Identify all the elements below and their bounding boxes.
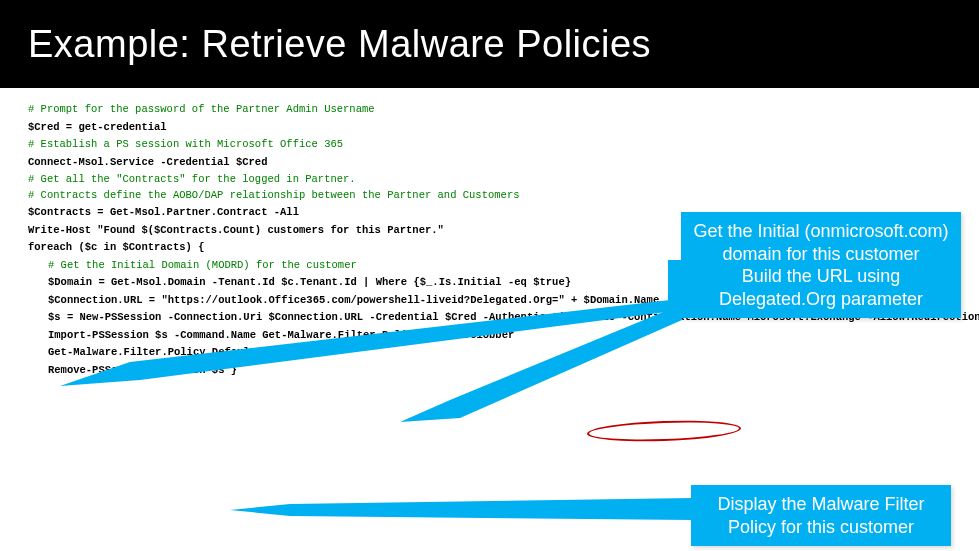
svg-marker-1 <box>60 260 682 386</box>
callout-initial-domain: Get the Initial (onmicrosoft.com) domain… <box>681 212 961 318</box>
code-statement: $Cred = get-credential <box>28 122 951 133</box>
svg-marker-2 <box>230 498 692 520</box>
callout-text: Get the Initial (onmicrosoft.com) <box>691 220 951 243</box>
callout-text: domain for this customer <box>691 243 951 266</box>
callout-text: Build the URL using <box>691 265 951 288</box>
code-comment: # Prompt for the password of the Partner… <box>28 104 951 115</box>
callout-text: Policy for this customer <box>701 516 941 539</box>
title-bar: Example: Retrieve Malware Policies <box>0 0 979 88</box>
callout-arrow <box>60 230 700 390</box>
code-comment: # Establish a PS session with Microsoft … <box>28 139 951 150</box>
callout-text: Delegated.Org parameter <box>691 288 951 311</box>
callout-display-policy: Display the Malware Filter Policy for th… <box>691 485 951 546</box>
callout-text: Display the Malware Filter <box>701 493 941 516</box>
code-comment: # Get all the "Contracts" for the logged… <box>28 174 951 185</box>
code-comment: # Contracts define the AOBO/DAP relation… <box>28 190 951 201</box>
code-statement: Connect-Msol.Service -Credential $Cred <box>28 157 951 168</box>
slide-title: Example: Retrieve Malware Policies <box>28 23 651 66</box>
callout-arrow <box>230 490 700 530</box>
